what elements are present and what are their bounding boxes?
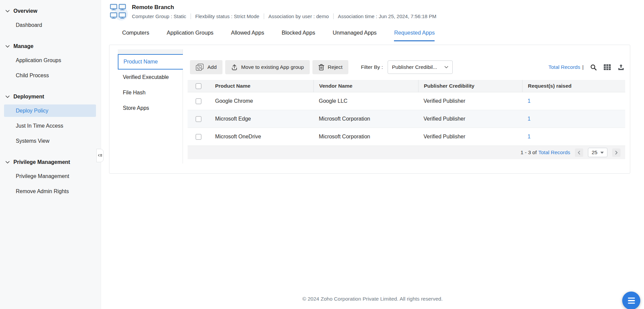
subnav-item-verified-executable[interactable]: Verified Executable <box>118 70 183 85</box>
cell-vendor-name: Microsoft Corporation <box>313 128 418 145</box>
column-chooser-button[interactable] <box>603 64 611 71</box>
search-icon <box>590 64 597 71</box>
add-button-label: Add <box>207 64 217 70</box>
subnav-item-store-apps[interactable]: Store Apps <box>118 100 183 116</box>
requests-raised-link[interactable]: 1 <box>528 134 531 140</box>
cell-publisher-credibility: Verified Publisher <box>418 110 522 128</box>
tab-blocked-apps[interactable]: Blocked Apps <box>282 30 315 41</box>
table-grid-icon <box>603 64 611 71</box>
collapse-sidebar-icon <box>98 153 103 158</box>
section-label: Overview <box>13 8 37 14</box>
row-checkbox[interactable] <box>196 134 201 140</box>
move-to-app-group-button[interactable]: Move to existing App group <box>225 60 310 74</box>
caret-down-icon <box>600 151 604 154</box>
tab-bar: Computers Application Groups Allowed App… <box>122 30 435 41</box>
floating-menu-button[interactable] <box>622 292 640 309</box>
subnav-item-file-hash[interactable]: File Hash <box>118 85 183 100</box>
trash-icon <box>318 64 325 71</box>
sidebar-item-remove-admin-rights[interactable]: Remove Admin Rights <box>0 184 101 199</box>
select-all-checkbox[interactable] <box>196 83 201 89</box>
export-button[interactable] <box>617 64 625 71</box>
reject-button-label: Reject <box>328 64 343 70</box>
section-label: Manage <box>13 43 34 49</box>
total-records-separator: | <box>582 64 584 70</box>
computer-group-icon <box>109 2 128 21</box>
page-size-value: 25 <box>592 149 597 156</box>
copyright-footer: © 2024 Zoho Corporation Private Limited.… <box>101 296 644 302</box>
toolbar-right: Total Records | <box>548 64 625 71</box>
table-row: Google Chrome Google LLC Verified Publis… <box>188 92 625 110</box>
search-button[interactable] <box>590 64 597 71</box>
hamburger-icon <box>628 298 635 299</box>
chevron-right-icon <box>615 150 618 155</box>
sidebar-section-header-deployment[interactable]: Deployment <box>0 90 101 103</box>
chevron-down-icon <box>5 10 10 12</box>
cell-vendor-name: Google LLC <box>313 92 418 110</box>
chevron-down-icon <box>444 66 448 69</box>
tab-requested-apps[interactable]: Requested Apps <box>394 30 435 41</box>
sidebar-item-systems-view[interactable]: Systems View <box>0 133 101 148</box>
reject-button[interactable]: Reject <box>312 60 348 74</box>
subnav-item-product-name[interactable]: Product Name <box>118 54 183 70</box>
page-size-dropdown[interactable]: 25 <box>588 148 607 157</box>
page-meta: Computer Group : Static Flexbility statu… <box>132 13 441 19</box>
pagination-range: 1 - 3 of <box>521 149 537 156</box>
requests-raised-link[interactable]: 1 <box>528 116 531 122</box>
tab-computers[interactable]: Computers <box>122 30 149 41</box>
sidebar-section-deployment: Deployment Deploy Policy Just In Time Ac… <box>0 90 101 148</box>
sidebar-item-child-process[interactable]: Child Process <box>0 68 101 83</box>
row-checkbox[interactable] <box>196 98 201 104</box>
section-label: Deployment <box>13 94 44 100</box>
table-row: Microsoft OneDrive Microsoft Corporation… <box>188 128 625 146</box>
tab-application-groups[interactable]: Application Groups <box>167 30 213 41</box>
sidebar-item-privilege-management[interactable]: Privilege Management <box>0 169 101 184</box>
pagination-prev-button[interactable] <box>575 148 583 157</box>
column-header-vendor-name: Vendor Name <box>313 80 418 92</box>
pagination-next-button[interactable] <box>612 148 621 157</box>
sidebar-section-overview: Overview Dashboard <box>0 5 101 33</box>
tab-allowed-apps[interactable]: Allowed Apps <box>231 30 264 41</box>
toolbar: Add Move to existing App group <box>190 60 625 74</box>
meta-association-time: Association time : Jun 25, 2024, 7:56:18… <box>333 13 441 19</box>
filter-dropdown-value: Publisher Credibil... <box>392 64 437 70</box>
table-header-row: Product Name Vendor Name Publisher Credi… <box>188 80 625 92</box>
section-label: Privilege Management <box>13 159 70 165</box>
tab-unmanaged-apps[interactable]: Unmanaged Apps <box>333 30 377 41</box>
cell-product-name: Microsoft OneDrive <box>209 128 313 145</box>
total-records-link[interactable]: Total Records <box>548 64 580 70</box>
row-checkbox[interactable] <box>196 116 201 122</box>
sidebar-section-manage: Manage Application Groups Child Process <box>0 40 101 83</box>
cell-product-name: Google Chrome <box>209 92 313 110</box>
app-type-subnav: Product Name Verified Executable File Ha… <box>118 49 183 164</box>
sidebar-item-dashboard[interactable]: Dashboard <box>0 17 101 33</box>
sidebar-section-header-overview[interactable]: Overview <box>0 5 101 17</box>
chevron-down-icon <box>5 95 10 98</box>
sidebar: Overview Dashboard Manage Application Gr… <box>0 0 101 309</box>
sidebar-section-header-privilege-management[interactable]: Privilege Management <box>0 156 101 169</box>
requests-raised-link[interactable]: 1 <box>528 98 531 104</box>
sidebar-section-privilege-management: Privilege Management Privilege Managemen… <box>0 156 101 199</box>
cell-publisher-credibility: Verified Publisher <box>418 92 522 110</box>
filter-dropdown[interactable]: Publisher Credibil... <box>388 60 453 74</box>
subnav-strip <box>118 49 183 54</box>
sidebar-section-header-manage[interactable]: Manage <box>0 40 101 53</box>
sidebar-item-just-in-time-access[interactable]: Just In Time Access <box>0 118 101 133</box>
sidebar-collapse-button[interactable] <box>96 149 104 162</box>
chevron-down-icon <box>5 161 10 164</box>
column-header-requests-raised: Request(s) raised <box>522 80 625 92</box>
add-app-icon <box>196 63 204 71</box>
cell-publisher-credibility: Verified Publisher <box>418 128 522 145</box>
meta-flexibility-status: Flexbility status : Strict Mode <box>191 13 264 19</box>
sidebar-item-deploy-policy[interactable]: Deploy Policy <box>4 104 96 117</box>
meta-association-user: Association by user : demo <box>264 13 333 19</box>
cell-product-name: Microsoft Edge <box>209 110 313 128</box>
sidebar-item-application-groups[interactable]: Application Groups <box>0 53 101 68</box>
column-header-publisher-credibility: Publisher Credibility <box>418 80 522 92</box>
table-row: Microsoft Edge Microsoft Corporation Ver… <box>188 110 625 128</box>
column-header-product-name: Product Name <box>209 80 313 92</box>
move-upload-icon <box>231 64 238 71</box>
page-title: Remote Branch <box>132 4 174 11</box>
add-button[interactable]: Add <box>190 60 222 74</box>
pagination-total-records-link[interactable]: Total Records <box>538 149 570 156</box>
app-window: Overview Dashboard Manage Application Gr… <box>0 0 644 309</box>
